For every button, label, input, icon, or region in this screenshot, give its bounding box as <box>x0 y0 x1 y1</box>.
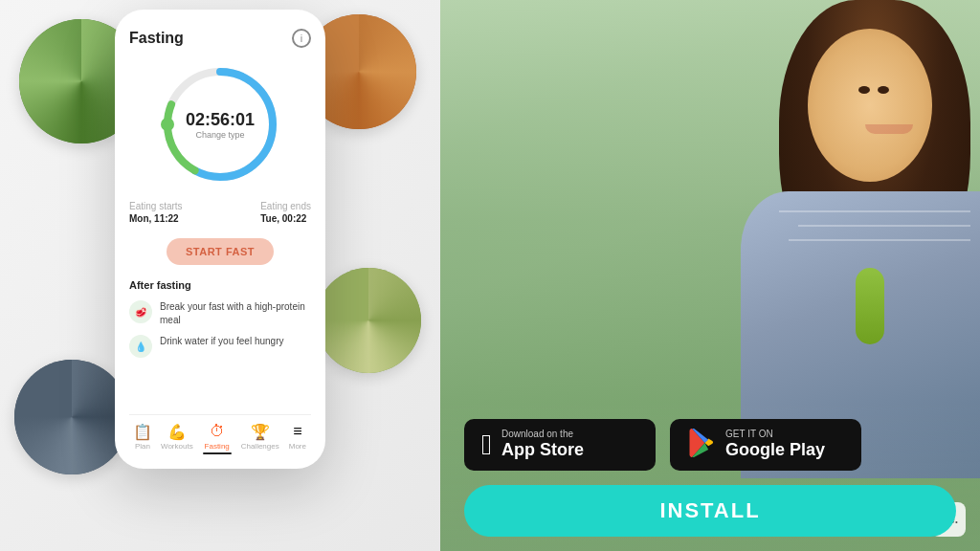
main-container: Fasting i <box>0 0 980 551</box>
start-fast-button[interactable]: START FAST <box>167 238 274 265</box>
food-circle-avocado <box>14 360 129 474</box>
google-play-text: GET IT ON Google Play <box>725 429 825 461</box>
right-panel:  Download on the App Store <box>440 0 980 551</box>
google-play-main-text: Google Play <box>725 440 825 461</box>
app-store-button[interactable]:  Download on the App Store <box>464 419 656 471</box>
eating-ends-value: Tue, 00:22 <box>260 213 306 224</box>
change-type-label: Change type <box>186 130 255 140</box>
tip-text-1: Break your fast with a high-protein meal <box>160 300 311 327</box>
eating-starts-label: Eating starts <box>129 201 183 211</box>
google-play-top-text: GET IT ON <box>725 429 825 440</box>
after-fasting-section: After fasting 🥩 Break your fast with a h… <box>129 279 311 414</box>
store-buttons:  Download on the App Store <box>464 419 956 471</box>
timer-display: 02:56:01 <box>186 110 255 130</box>
phone-mockup: Fasting i <box>115 10 325 469</box>
app-store-main-text: App Store <box>501 440 584 461</box>
eating-starts: Eating starts Mon, 11:22 <box>129 201 183 224</box>
nav-plan[interactable]: 📋 Plan <box>134 423 151 454</box>
eating-starts-value: Mon, 11:22 <box>129 213 179 224</box>
apple-icon:  <box>481 429 492 461</box>
nav-challenges[interactable]: 🏆 Challenges <box>241 423 279 454</box>
nav-workouts-label: Workouts <box>161 442 193 451</box>
install-button[interactable]: INSTALL <box>464 485 956 537</box>
phone-nav: 📋 Plan 💪 Workouts ⏱ Fasting 🏆 Chal <box>129 414 311 459</box>
eating-ends: Eating ends Tue, 00:22 <box>260 201 311 224</box>
nav-fasting[interactable]: ⏱ Fasting <box>203 423 232 454</box>
after-fasting-title: After fasting <box>129 279 311 291</box>
nav-challenges-label: Challenges <box>241 442 279 451</box>
google-play-icon <box>687 429 716 461</box>
nav-more-label: More <box>289 442 306 451</box>
plan-icon: 📋 <box>134 423 151 440</box>
workouts-icon: 💪 <box>168 423 186 440</box>
eating-ends-label: Eating ends <box>260 201 311 211</box>
phone-title: Fasting <box>129 30 184 47</box>
app-store-top-text: Download on the <box>501 429 584 440</box>
nav-plan-label: Plan <box>135 442 150 451</box>
nav-more[interactable]: ≡ More <box>289 423 306 454</box>
tip-text-2: Drink water if you feel hungry <box>160 335 284 348</box>
fasting-tip-1: 🥩 Break your fast with a high-protein me… <box>129 300 311 327</box>
nav-fasting-label: Fasting <box>205 442 230 451</box>
tip-icon-2: 💧 <box>129 335 152 358</box>
fasting-tip-2: 💧 Drink water if you feel hungry <box>129 335 311 358</box>
eating-schedule: Eating starts Mon, 11:22 Eating ends Tue… <box>129 201 311 224</box>
more-icon: ≡ <box>289 423 306 440</box>
google-play-button[interactable]: GET IT ON Google Play <box>670 419 861 471</box>
timer-circle: 02:56:01 Change type <box>158 62 282 187</box>
timer-container: 02:56:01 Change type <box>129 62 311 187</box>
nav-workouts[interactable]: 💪 Workouts <box>161 423 193 454</box>
info-icon: i <box>292 29 311 48</box>
left-panel: Fasting i <box>0 0 440 551</box>
app-store-text: Download on the App Store <box>501 429 584 461</box>
food-circle-shrimp <box>316 268 421 373</box>
tip-icon-1: 🥩 <box>129 300 152 323</box>
fasting-icon: ⏱ <box>209 423 226 440</box>
svg-point-3 <box>161 118 174 131</box>
challenges-icon: 🏆 <box>252 423 269 440</box>
